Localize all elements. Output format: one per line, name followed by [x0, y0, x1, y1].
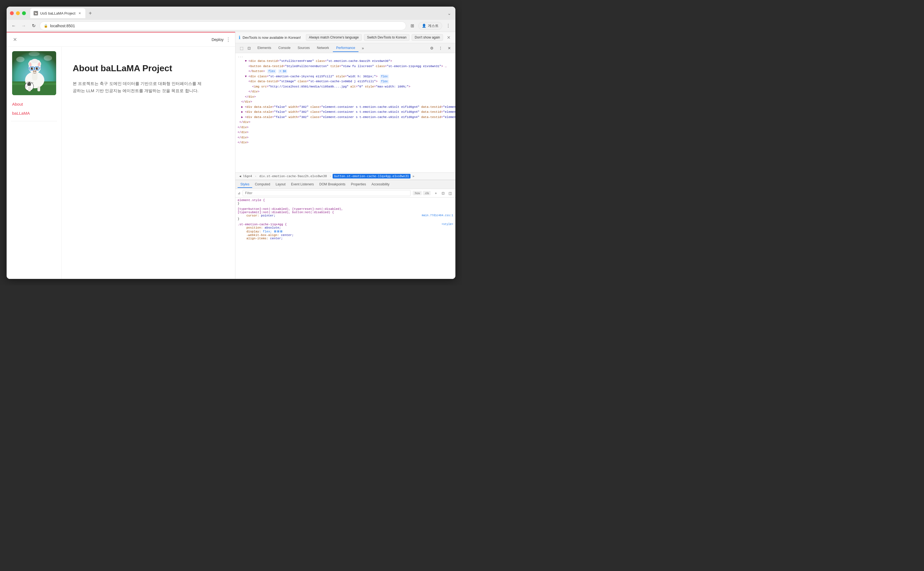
- tab-styles[interactable]: Styles: [238, 181, 252, 188]
- breadcrumb-item-2[interactable]: div.st-emotion-cache-9aoz2h.e1vs0wn30: [258, 174, 328, 179]
- new-rule-icon[interactable]: ⊡: [440, 190, 446, 196]
- refresh-button[interactable]: ↻: [30, 22, 37, 30]
- code-line[interactable]: </div>: [235, 125, 455, 130]
- more-button[interactable]: ⋮: [444, 22, 452, 30]
- code-line[interactable]: </button> flex = $0: [235, 69, 455, 74]
- user-button[interactable]: 👤 게스트: [418, 22, 442, 30]
- add-style-icon[interactable]: +: [433, 190, 439, 196]
- tab-computed[interactable]: Computed: [252, 181, 273, 188]
- svg-point-3: [29, 52, 40, 56]
- close-button[interactable]: [10, 11, 14, 15]
- code-line[interactable]: <button data-testid="StyledFullScreenBut…: [235, 64, 455, 69]
- code-line[interactable]: </div>: [235, 130, 455, 135]
- code-ellipsis: ...: [235, 54, 455, 59]
- sidebar-image: [12, 51, 56, 95]
- new-tab-button[interactable]: +: [87, 9, 94, 17]
- svg-rect-34: [37, 86, 40, 91]
- settings-icon[interactable]: ⚙: [428, 44, 436, 52]
- tab-favicon: 🦙: [34, 11, 38, 15]
- code-line[interactable]: </div>: [235, 120, 455, 125]
- address-text: localhost:8501: [50, 24, 75, 28]
- code-line[interactable]: <img src="http://localhost:8501/media/c1…: [235, 84, 455, 90]
- page-content: About baLLaMA Project 본 프로젝트는 축구 도메인 데이터…: [62, 47, 235, 279]
- devtools-bottom-panel: Styles Computed Layout Event Listeners D…: [235, 180, 455, 279]
- tab-network[interactable]: Network: [314, 44, 332, 52]
- devtools-code-view[interactable]: ... ▼ <div data-testid="stFullScreenFram…: [235, 53, 455, 173]
- tab-properties[interactable]: Properties: [348, 181, 369, 188]
- tab-accessibility[interactable]: Accessibility: [369, 181, 392, 188]
- css-content[interactable]: element.style { } [type=button]:not(:dis…: [235, 198, 455, 279]
- code-line[interactable]: ▶ <div data-stale="false" width="302" cl…: [235, 105, 455, 110]
- app-body: About baLLaMA About baLLaMA Project 본 프로…: [6, 47, 235, 279]
- code-line[interactable]: </div>: [235, 140, 455, 145]
- inspect-icon[interactable]: ⬚: [238, 44, 245, 52]
- minimize-button[interactable]: [16, 11, 20, 15]
- tab-event-listeners[interactable]: Event Listeners: [288, 181, 317, 188]
- css-rule-st-emotion: .st-emotion-cache-11qx4gg { <style> posi…: [238, 223, 453, 240]
- tab-close-button[interactable]: ✕: [77, 11, 82, 15]
- inspect-mode-icon[interactable]: ◫: [447, 190, 453, 196]
- tab-layout[interactable]: Layout: [273, 181, 288, 188]
- sidebar-item-about[interactable]: About: [11, 100, 57, 109]
- page-description: 본 프로젝트는 축구 도메인 데이터를 기반으로 대화형 인터페이스를 제공하는…: [73, 80, 205, 94]
- app-close-button[interactable]: ✕: [11, 36, 19, 43]
- tab-chevron[interactable]: ⌄: [446, 9, 452, 17]
- devtools-breadcrumb: ◀ l6gn4 › div.st-emotion-cache-9aoz2h.e1…: [235, 173, 455, 180]
- filter-input[interactable]: [243, 190, 410, 196]
- svg-point-26: [33, 70, 37, 73]
- notify-text: DevTools is now available in Korean!: [243, 35, 304, 40]
- dont-show-again-button[interactable]: Don't show again: [412, 34, 443, 41]
- css-property-align-items: align-items: center;: [238, 237, 453, 240]
- tab-performance[interactable]: Performance: [333, 44, 359, 52]
- app-header: ✕ Deploy ⋮: [6, 32, 235, 47]
- deploy-button[interactable]: Deploy: [212, 37, 224, 42]
- breadcrumb-separator2: ›: [330, 174, 331, 178]
- svg-rect-33: [28, 86, 31, 91]
- devtools-filter: ⊿ :hov .cls + ⊡ ◫: [235, 189, 455, 198]
- translate-icon[interactable]: ⊞: [408, 22, 416, 30]
- switch-devtools-button[interactable]: Switch DevTools to Korean: [364, 34, 409, 41]
- code-line[interactable]: </div>: [235, 99, 455, 105]
- app-more-button[interactable]: ⋮: [226, 37, 231, 43]
- notify-close-button[interactable]: ✕: [445, 34, 452, 41]
- tab-dom-breakpoints[interactable]: DOM Breakpoints: [317, 181, 348, 188]
- devtools-panel: ℹ DevTools is now available in Korean! A…: [235, 32, 455, 279]
- devtools-tabs: Elements Console Sources Network Perform…: [253, 44, 428, 52]
- code-line[interactable]: <div data-testid="stImage" class="st-emo…: [235, 79, 455, 84]
- fullscreen-button[interactable]: [22, 11, 26, 15]
- active-tab[interactable]: 🦙 UoS baLLaMA Project ✕: [30, 8, 85, 18]
- hov-badge[interactable]: :hov: [413, 191, 422, 195]
- code-line[interactable]: ▶ <div data-stale="false" width="302" cl…: [235, 115, 455, 120]
- tab-console[interactable]: Console: [275, 44, 294, 52]
- devtools-close-icon[interactable]: ✕: [446, 44, 453, 52]
- sidebar-divider: [11, 121, 57, 121]
- css-property-display: display: flex; 〓〓〓: [238, 229, 453, 233]
- breadcrumb-item-1[interactable]: ◀ l6gn4: [238, 174, 254, 179]
- css-property-position: position: absolute;: [238, 226, 453, 229]
- code-line[interactable]: ▼ <div class="st-emotion-cache-1kyxreq e…: [235, 74, 455, 79]
- code-line[interactable]: </div>: [235, 89, 455, 94]
- filter-icons: + ⊡ ◫: [433, 190, 453, 196]
- forward-button[interactable]: →: [20, 22, 28, 30]
- back-button[interactable]: ←: [10, 22, 18, 30]
- devtools-toolbar: ⬚ ⊡ Elements Console Sources Network Per…: [235, 43, 455, 53]
- code-line[interactable]: </div>: [235, 94, 455, 100]
- code-line[interactable]: </div>: [235, 135, 455, 140]
- breadcrumb-item-3[interactable]: button.st-emotion-cache-11qx4gg.e1vs0wn3…: [333, 174, 411, 179]
- cls-badge[interactable]: .cls: [423, 191, 431, 195]
- css-rule-element-style: element.style { }: [238, 199, 453, 205]
- vertical-dots-icon[interactable]: ⋮: [436, 44, 444, 52]
- always-match-button[interactable]: Always match Chrome's language: [306, 34, 362, 41]
- code-line[interactable]: ▼ <div data-testid="stFullScreenFrame" c…: [235, 59, 455, 64]
- address-bar[interactable]: 🔒 localhost:8501: [40, 22, 406, 30]
- code-line[interactable]: ▶ <div data-stale="false" width="302" cl…: [235, 110, 455, 115]
- more-tabs-button[interactable]: »: [359, 44, 367, 52]
- breadcrumb-more[interactable]: ▶: [413, 174, 415, 178]
- sidebar-item-ballama[interactable]: baLLaMA: [11, 109, 57, 118]
- tab-elements[interactable]: Elements: [254, 44, 274, 52]
- css-selector: [type=button]:not(:disabled), [type=rese…: [238, 207, 453, 214]
- tab-sources[interactable]: Sources: [294, 44, 313, 52]
- device-icon[interactable]: ⊡: [245, 44, 253, 52]
- css-property-cursor: cursor: pointer; main.77d1c464.css:1: [238, 214, 453, 217]
- nav-right: ⊞ 👤 게스트 ⋮: [408, 22, 452, 30]
